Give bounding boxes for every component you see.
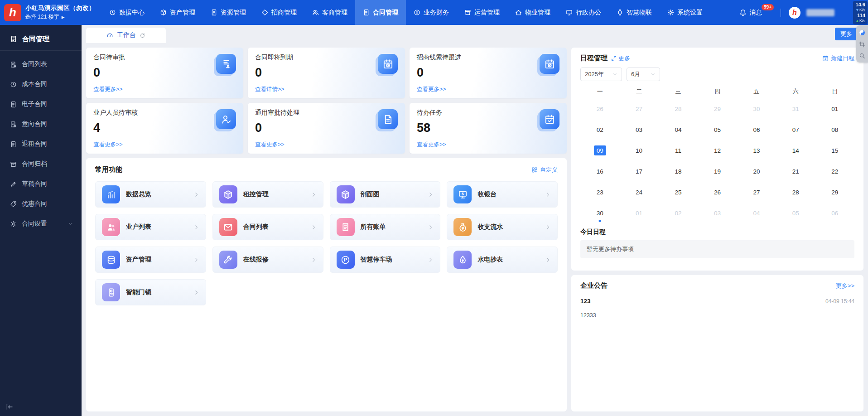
calendar-day-10[interactable]: 10 — [619, 140, 658, 161]
calendar-day-03[interactable]: 03 — [619, 119, 658, 140]
view-more-link[interactable]: 查看更多>> — [255, 141, 285, 149]
tile-资产管理[interactable]: 资产管理 — [95, 247, 206, 273]
tile-数据总览[interactable]: 数据总览 — [95, 181, 206, 208]
tile-收银台[interactable]: $收银台 — [447, 181, 558, 208]
calendar-day-22[interactable]: 22 — [815, 161, 854, 182]
calendar-day-29[interactable]: 29 — [698, 98, 737, 119]
calendar-day-13[interactable]: 13 — [737, 140, 776, 161]
view-more-link[interactable]: 查看更多>> — [93, 86, 123, 93]
schedule-more-link[interactable]: 更多 — [611, 54, 630, 63]
username-redacted[interactable] — [806, 9, 834, 16]
sidebar-item-合同归档[interactable]: 合同归档 — [0, 154, 82, 174]
calendar-day-26[interactable]: 26 — [580, 98, 619, 119]
calendar-day-27[interactable]: 27 — [619, 98, 658, 119]
nav-item-资源管理[interactable]: 资源管理 — [203, 0, 254, 25]
sidebar-item-退租合同[interactable]: 退租合同 — [0, 134, 82, 154]
nav-item-招商管理[interactable]: 招商管理 — [254, 0, 304, 25]
building-selector[interactable]: 选择 121 楼宇 ▶ — [25, 13, 95, 21]
nav-item-行政办公[interactable]: 行政办公 — [558, 0, 609, 25]
calendar-day-30[interactable]: 30 — [737, 98, 776, 119]
calendar-day-31[interactable]: 31 — [776, 98, 815, 119]
search-icon[interactable] — [859, 53, 865, 59]
calendar-day-26[interactable]: 26 — [698, 182, 737, 203]
tile-所有账单[interactable]: 所有账单 — [330, 214, 441, 240]
view-more-link[interactable]: 查看更多>> — [417, 86, 446, 93]
calendar-day-21[interactable]: 21 — [776, 161, 815, 182]
calendar-day-02[interactable]: 02 — [659, 203, 698, 223]
refresh-icon[interactable] — [140, 33, 145, 39]
calendar-day-14[interactable]: 14 — [776, 140, 815, 161]
nav-item-物业管理[interactable]: 物业管理 — [507, 0, 558, 25]
calendar-day-28[interactable]: 28 — [659, 98, 698, 119]
calendar-day-29[interactable]: 29 — [815, 182, 854, 203]
tile-智慧停车场[interactable]: P智慧停车场 — [330, 247, 441, 273]
calendar-day-06[interactable]: 06 — [815, 203, 854, 223]
tile-业户列表[interactable]: 业户列表 — [95, 214, 206, 240]
tile-合同列表[interactable]: 合同列表 — [212, 214, 323, 240]
tile-在线报修[interactable]: 在线报修 — [212, 247, 323, 273]
nav-item-资产管理[interactable]: 资产管理 — [152, 0, 203, 25]
calendar-day-04[interactable]: 04 — [737, 203, 776, 223]
tile-收支流水[interactable]: 收支流水 — [447, 214, 558, 240]
tool-logo-icon[interactable] — [858, 29, 866, 36]
calendar-day-01[interactable]: 01 — [815, 98, 854, 119]
tile-智能门锁[interactable]: 智能门锁 — [95, 279, 206, 305]
sidebar-collapse-icon[interactable] — [6, 403, 13, 411]
calendar-day-20[interactable]: 20 — [737, 161, 776, 182]
calendar-day-02[interactable]: 02 — [580, 119, 619, 140]
sidebar-item-合同列表[interactable]: 合同列表 — [0, 54, 82, 74]
sidebar-item-优惠合同[interactable]: 优惠合同 — [0, 194, 82, 214]
calendar-day-16[interactable]: 16 — [580, 161, 619, 182]
screenshot-crop-icon[interactable] — [859, 41, 865, 48]
calendar-day-05[interactable]: 05 — [698, 119, 737, 140]
announcements-more-link[interactable]: 更多>> — [836, 282, 854, 290]
calendar-day-25[interactable]: 25 — [659, 182, 698, 203]
year-select[interactable]: 2025年 — [580, 68, 622, 81]
calendar-day-08[interactable]: 08 — [815, 119, 854, 140]
sidebar-item-电子合同[interactable]: 电子合同 — [0, 94, 82, 114]
calendar-day-27[interactable]: 27 — [737, 182, 776, 203]
calendar-day-04[interactable]: 04 — [659, 119, 698, 140]
nav-item-系统设置[interactable]: 系统设置 — [660, 0, 710, 25]
customize-button[interactable]: 自定义 — [531, 166, 558, 174]
tab-workbench[interactable]: 工作台 — [86, 28, 166, 43]
sidebar-item-成本合同[interactable]: 成本合同 — [0, 74, 82, 94]
tile-剖面图[interactable]: 剖面图 — [330, 181, 441, 208]
calendar-day-15[interactable]: 15 — [815, 140, 854, 161]
new-schedule-link[interactable]: 新建日程 — [822, 54, 854, 63]
calendar-day-19[interactable]: 19 — [698, 161, 737, 182]
calendar-day-23[interactable]: 23 — [580, 182, 619, 203]
sidebar-item-草稿合同[interactable]: 草稿合同 — [0, 174, 82, 194]
announcement-item[interactable]: 12304-09 15:44 — [580, 298, 854, 305]
nav-item-智慧物联[interactable]: 智慧物联 — [609, 0, 660, 25]
tile-水电抄表[interactable]: 水电抄表 — [447, 247, 558, 273]
avatar[interactable]: h — [789, 7, 800, 19]
calendar-day-12[interactable]: 12 — [698, 140, 737, 161]
view-more-link[interactable]: 查看详情>> — [255, 86, 285, 93]
calendar-day-30[interactable]: 30 — [580, 203, 619, 223]
messages-button[interactable]: 消息 99+ — [739, 9, 762, 17]
nav-item-客商管理[interactable]: 客商管理 — [304, 0, 355, 25]
sidebar-item-意向合同[interactable]: 意向合同 — [0, 114, 82, 134]
calendar-day-24[interactable]: 24 — [619, 182, 658, 203]
calendar-day-05[interactable]: 05 — [776, 203, 815, 223]
calendar-day-17[interactable]: 17 — [619, 161, 658, 182]
calendar-day-09-selected[interactable]: 09 — [580, 140, 619, 161]
calendar-day-11[interactable]: 11 — [659, 140, 698, 161]
brand[interactable]: h 小红马演示园区（勿改） 选择 121 楼宇 ▶ — [0, 4, 101, 21]
tile-租控管理[interactable]: 租控管理 — [212, 181, 323, 208]
view-more-link[interactable]: 查看更多>> — [93, 141, 123, 149]
nav-item-数据中心[interactable]: 数据中心 — [101, 0, 152, 25]
announcement-item[interactable]: 12333 — [580, 312, 854, 319]
month-select[interactable]: 6月 — [627, 68, 660, 81]
calendar-day-07[interactable]: 07 — [776, 119, 815, 140]
tabs-more-button[interactable]: 更多 — [835, 28, 858, 40]
calendar-day-01[interactable]: 01 — [619, 203, 658, 223]
calendar-day-06[interactable]: 06 — [737, 119, 776, 140]
nav-item-合同管理[interactable]: 合同管理 — [355, 0, 406, 25]
nav-item-运营管理[interactable]: 运营管理 — [457, 0, 507, 25]
calendar-day-28[interactable]: 28 — [776, 182, 815, 203]
nav-item-业务财务[interactable]: 业务财务 — [406, 0, 457, 25]
sidebar-item-合同设置[interactable]: 合同设置 — [0, 214, 82, 234]
calendar-day-03[interactable]: 03 — [698, 203, 737, 223]
